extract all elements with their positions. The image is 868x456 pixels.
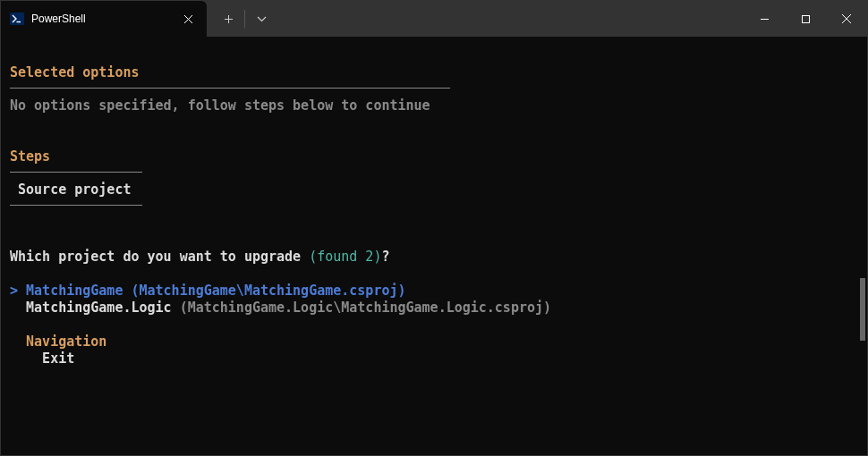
section-divider <box>10 205 142 206</box>
tab-actions <box>207 1 283 37</box>
tab-powershell[interactable]: PowerShell <box>1 1 207 37</box>
steps-heading: Steps <box>10 148 50 167</box>
svg-rect-3 <box>802 15 809 22</box>
maximize-button[interactable] <box>785 1 826 37</box>
step-item: Source project <box>18 182 131 198</box>
nav-exit-option[interactable]: Exit <box>10 350 858 367</box>
section-divider <box>10 88 450 89</box>
section-divider <box>10 172 142 173</box>
minimize-button[interactable] <box>744 1 785 37</box>
titlebar: PowerShell <box>1 1 867 37</box>
new-tab-button[interactable] <box>212 1 244 37</box>
navigation-heading: Navigation <box>26 334 106 350</box>
svg-rect-0 <box>10 13 24 25</box>
tab-close-button[interactable] <box>180 11 196 27</box>
prompt-question: Which project do you want to upgrade (fo… <box>10 249 858 266</box>
powershell-icon <box>10 12 24 26</box>
window-controls <box>744 1 867 37</box>
tab-dropdown-button[interactable] <box>245 1 277 37</box>
tab-title: PowerShell <box>31 13 173 25</box>
selected-options-heading: Selected options <box>10 64 140 83</box>
scrollbar-thumb[interactable] <box>860 278 865 341</box>
close-window-button[interactable] <box>826 1 867 37</box>
terminal-content[interactable]: Selected options No options specified, f… <box>1 37 867 455</box>
no-options-text: No options specified, follow steps below… <box>10 97 430 114</box>
option-selected[interactable]: > MatchingGame (MatchingGame\MatchingGam… <box>10 283 858 300</box>
titlebar-draggable-area[interactable] <box>283 1 744 37</box>
option-item[interactable]: MatchingGame.Logic (MatchingGame.Logic\M… <box>10 300 858 317</box>
